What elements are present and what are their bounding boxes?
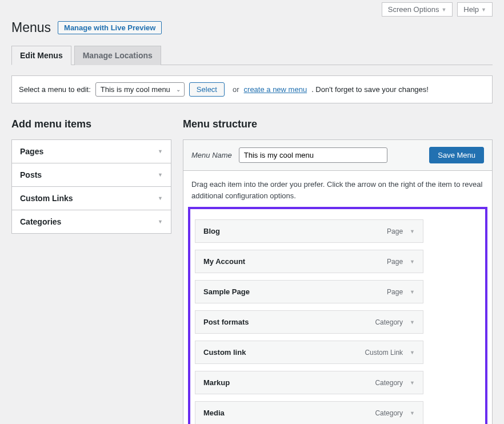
accordion-label: Posts (20, 170, 42, 179)
select-button[interactable]: Select (189, 82, 225, 97)
menu-item-title: Sample Page (203, 287, 250, 296)
help-label: Help (463, 5, 479, 14)
menu-item-type: Category (375, 409, 403, 417)
accordion-label: Categories (20, 217, 61, 226)
add-menu-items-accordion: Pages ▼ Posts ▼ Custom Links ▼ Categorie… (11, 139, 171, 234)
menu-item[interactable]: Blog Page ▼ (195, 219, 423, 243)
screen-options-label: Screen Options (388, 5, 439, 14)
accordion-custom-links[interactable]: Custom Links ▼ (12, 187, 171, 210)
accordion-label: Custom Links (20, 194, 73, 203)
chevron-down-icon[interactable]: ▼ (410, 410, 415, 416)
chevron-down-icon[interactable]: ▼ (410, 229, 415, 234)
save-menu-button[interactable]: Save Menu (429, 147, 484, 163)
tab-manage-locations[interactable]: Manage Locations (74, 46, 161, 65)
select-menu-label: Select a menu to edit: (19, 85, 91, 94)
chevron-down-icon[interactable]: ▼ (410, 319, 415, 325)
menu-item-title: Media (203, 409, 225, 417)
menu-item[interactable]: Markup Category ▼ (195, 371, 423, 394)
menu-item[interactable]: Media Category ▼ (195, 401, 423, 424)
menu-item-type: Page (387, 258, 403, 266)
menu-name-label: Menu Name (191, 151, 232, 159)
help-button[interactable]: Help ▼ (457, 2, 493, 17)
menu-item-type: Category (375, 379, 403, 387)
menu-item[interactable]: Custom link Custom Link ▼ (195, 341, 423, 364)
add-menu-items-heading: Add menu items (11, 118, 171, 130)
accordion-posts[interactable]: Posts ▼ (12, 163, 171, 187)
chevron-down-icon: ⌄ (176, 86, 181, 93)
menu-select-value: This is my cool menu (101, 85, 170, 94)
chevron-down-icon: ▼ (158, 149, 163, 154)
create-new-menu-link[interactable]: create a new menu (244, 85, 307, 94)
menu-item-title: Custom link (203, 348, 246, 357)
chevron-down-icon: ▼ (158, 172, 163, 178)
menu-item[interactable]: Sample Page Page ▼ (195, 280, 423, 303)
accordion-label: Pages (20, 147, 43, 156)
menu-item-type: Category (375, 318, 403, 326)
menu-item-title: My Account (203, 257, 245, 266)
chevron-down-icon: ▼ (441, 7, 446, 13)
menu-select-dropdown[interactable]: This is my cool menu ⌄ (95, 82, 185, 97)
menu-name-input[interactable] (239, 147, 387, 163)
chevron-down-icon[interactable]: ▼ (410, 259, 415, 265)
structure-hint: Drag each item into the order you prefer… (183, 171, 492, 207)
live-preview-button[interactable]: Manage with Live Preview (58, 21, 162, 34)
page-title: Menus (11, 20, 51, 35)
accordion-pages[interactable]: Pages ▼ (12, 140, 171, 163)
chevron-down-icon: ▼ (158, 195, 163, 201)
menu-item-title: Blog (203, 227, 220, 235)
menu-item-type: Page (387, 227, 403, 235)
or-text: or (233, 85, 239, 94)
menu-item-type: Page (387, 288, 403, 296)
tab-edit-menus[interactable]: Edit Menus (11, 46, 71, 65)
menu-item-type: Custom Link (365, 349, 403, 357)
chevron-down-icon: ▼ (158, 219, 163, 225)
menu-structure-heading: Menu structure (183, 118, 493, 130)
screen-options-button[interactable]: Screen Options ▼ (382, 2, 453, 17)
accordion-categories[interactable]: Categories ▼ (12, 210, 171, 233)
trail-text: . Don't forget to save your changes! (311, 85, 429, 94)
menu-items-highlight: Blog Page ▼ My Account Page ▼ Sample Pag… (188, 207, 487, 424)
menu-item-title: Post formats (203, 318, 249, 326)
chevron-down-icon[interactable]: ▼ (410, 380, 415, 386)
chevron-down-icon: ▼ (481, 7, 486, 13)
menu-item[interactable]: My Account Page ▼ (195, 250, 423, 273)
chevron-down-icon[interactable]: ▼ (410, 289, 415, 295)
chevron-down-icon[interactable]: ▼ (410, 350, 415, 355)
menu-item[interactable]: Post formats Category ▼ (195, 310, 423, 334)
menu-item-title: Markup (203, 378, 230, 387)
